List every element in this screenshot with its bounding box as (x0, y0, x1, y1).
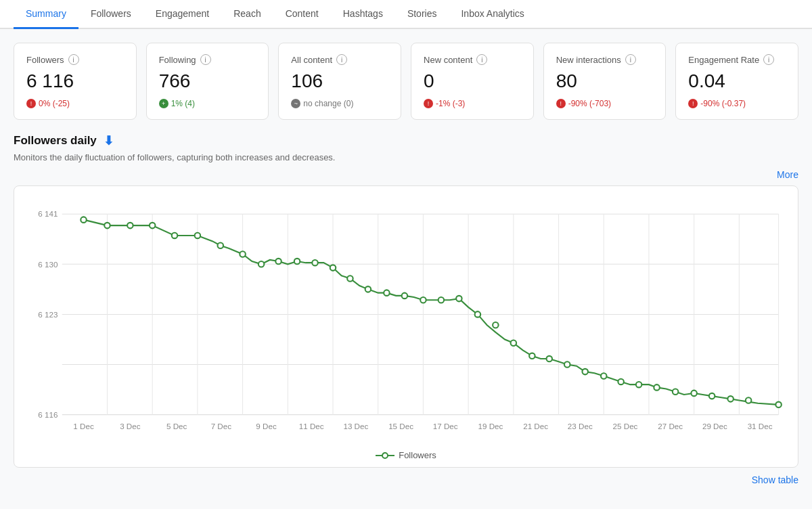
svg-point-60 (746, 397, 751, 403)
chart-legend: Followers (21, 443, 791, 460)
change-icon: ! (26, 99, 36, 108)
info-icon[interactable]: i (336, 54, 347, 65)
svg-text:21 Dec: 21 Dec (523, 422, 548, 430)
svg-text:9 Dec: 9 Dec (256, 422, 277, 430)
metric-change: + 1% (4) (159, 99, 256, 108)
info-icon[interactable]: i (763, 54, 774, 65)
section-description: Monitors the daily fluctuation of follow… (14, 152, 798, 162)
svg-text:6 141: 6 141 (38, 209, 58, 218)
svg-point-32 (240, 251, 245, 257)
svg-point-25 (81, 217, 86, 222)
tab-stories[interactable]: Stories (395, 0, 449, 29)
followers-chart: 6 141 6 130 6 123 6 116 (21, 200, 791, 443)
svg-point-40 (384, 290, 389, 295)
svg-point-61 (775, 402, 781, 407)
metric-change: ! -90% (-703) (556, 99, 654, 108)
svg-point-53 (618, 379, 623, 384)
svg-point-48 (529, 353, 535, 359)
metric-value: 6 116 (26, 70, 124, 92)
svg-point-39 (365, 286, 371, 292)
metric-label: Engagement Rate i (688, 54, 786, 65)
nav-tabs: SummaryFollowersEngagementReachContentHa… (0, 0, 812, 29)
svg-text:6 123: 6 123 (38, 310, 58, 319)
svg-point-33 (258, 261, 264, 267)
show-table-button[interactable]: Show table (752, 474, 798, 485)
metric-change: ! 0% (-25) (26, 99, 124, 108)
metric-card-all-content: All content i 106 ~ no change (0) (278, 43, 401, 120)
svg-text:3 Dec: 3 Dec (120, 422, 141, 430)
tab-inbox-analytics[interactable]: Inbox Analytics (449, 0, 536, 29)
svg-point-27 (127, 223, 133, 228)
metric-card-engagement-rate: Engagement Rate i 0.04 ! -90% (-0.37) (675, 43, 798, 120)
change-text: 0% (-25) (39, 99, 70, 108)
metric-card-new-interactions: New interactions i 80 ! -90% (-703) (543, 43, 667, 120)
tab-hashtags[interactable]: Hashtags (331, 0, 395, 29)
svg-point-47 (511, 340, 516, 346)
svg-point-57 (691, 391, 696, 396)
svg-point-56 (673, 389, 678, 395)
svg-point-31 (218, 243, 223, 248)
svg-text:25 Dec: 25 Dec (613, 422, 638, 430)
change-icon: ! (688, 99, 698, 108)
metric-card-followers: Followers i 6 116 ! 0% (-25) (14, 43, 137, 120)
svg-point-49 (547, 356, 552, 361)
metric-value: 106 (291, 70, 388, 92)
metric-label: All content i (291, 54, 388, 65)
svg-point-34 (275, 259, 281, 264)
change-text: -90% (-703) (568, 99, 611, 108)
more-link[interactable]: More (777, 169, 798, 180)
svg-point-51 (582, 369, 587, 374)
svg-point-28 (150, 223, 155, 228)
info-icon[interactable]: i (68, 54, 79, 65)
change-text: -90% (-0.37) (700, 99, 746, 108)
change-icon: + (159, 99, 168, 108)
metric-label: Following i (159, 54, 256, 65)
tab-engagement[interactable]: Engagement (143, 0, 221, 29)
svg-point-26 (104, 223, 110, 228)
metric-value: 80 (556, 70, 654, 92)
svg-point-55 (654, 384, 659, 390)
metrics-row: Followers i 6 116 ! 0% (-25) Following i… (0, 29, 812, 127)
svg-point-52 (601, 373, 606, 378)
svg-point-42 (420, 297, 426, 303)
svg-text:7 Dec: 7 Dec (211, 422, 232, 430)
metric-value: 0.04 (688, 70, 786, 92)
svg-point-30 (195, 233, 200, 238)
svg-text:15 Dec: 15 Dec (388, 422, 413, 430)
metric-change: ! -1% (-3) (424, 99, 521, 108)
info-icon[interactable]: i (625, 54, 636, 65)
svg-point-50 (564, 361, 570, 367)
tab-followers[interactable]: Followers (78, 0, 143, 29)
svg-text:11 Dec: 11 Dec (299, 422, 324, 430)
tab-content[interactable]: Content (273, 0, 331, 29)
metric-label: Followers i (26, 54, 124, 65)
metric-card-following: Following i 766 + 1% (4) (146, 43, 269, 120)
svg-point-58 (709, 393, 715, 399)
svg-text:23 Dec: 23 Dec (568, 422, 593, 430)
info-icon[interactable]: i (476, 54, 487, 65)
change-icon: ~ (291, 99, 300, 108)
tab-reach[interactable]: Reach (221, 0, 273, 29)
svg-text:29 Dec: 29 Dec (702, 422, 727, 430)
svg-point-38 (347, 275, 353, 281)
metric-label: New interactions i (556, 54, 654, 65)
svg-point-79 (382, 453, 388, 458)
change-text: 1% (4) (171, 99, 195, 108)
metric-card-new-content: New content i 0 ! -1% (-3) (411, 43, 534, 120)
info-icon[interactable]: i (200, 54, 211, 65)
download-icon[interactable]: ⬇ (104, 133, 114, 148)
svg-point-44 (456, 296, 461, 301)
change-icon: ! (556, 99, 566, 108)
metric-label: New content i (424, 54, 521, 65)
svg-point-41 (402, 293, 407, 298)
metric-change: ! -90% (-0.37) (688, 99, 786, 108)
svg-text:5 Dec: 5 Dec (166, 422, 187, 430)
svg-text:6 130: 6 130 (38, 260, 58, 269)
change-text: no change (0) (303, 99, 353, 108)
svg-point-54 (636, 382, 641, 387)
svg-text:6 116: 6 116 (38, 410, 58, 419)
metric-value: 0 (424, 70, 521, 92)
tab-summary[interactable]: Summary (14, 0, 78, 29)
svg-text:27 Dec: 27 Dec (658, 422, 683, 430)
chart-container: 6 141 6 130 6 123 6 116 (14, 185, 798, 468)
